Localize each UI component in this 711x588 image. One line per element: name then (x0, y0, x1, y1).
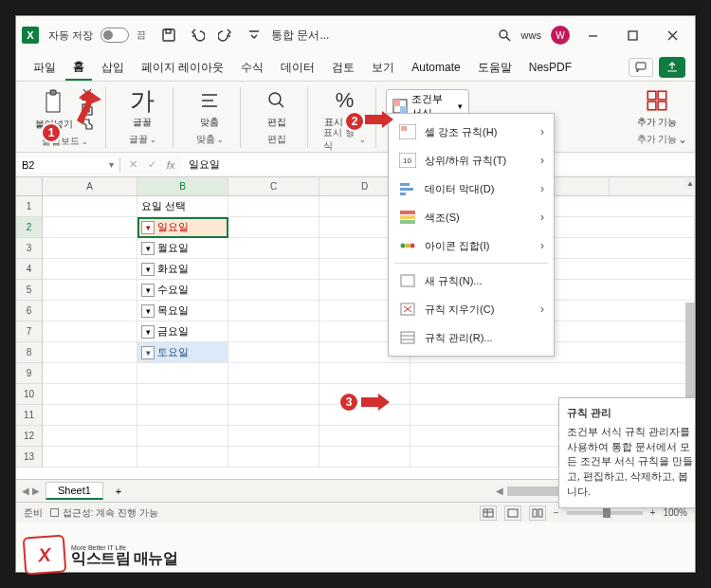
cell[interactable] (43, 238, 137, 259)
col-header-B[interactable]: B (137, 177, 228, 195)
cell[interactable] (410, 363, 695, 384)
cell-B2-selected[interactable]: ▾일요일 (137, 217, 228, 238)
share-button[interactable] (659, 57, 685, 78)
cell[interactable] (319, 426, 410, 447)
cell-B3[interactable]: ▾월요일 (137, 238, 228, 259)
user-avatar[interactable]: W (551, 26, 570, 45)
close-button[interactable] (655, 22, 689, 48)
cell[interactable] (137, 384, 228, 405)
tab-home[interactable]: 홈 (65, 55, 92, 81)
autosave-toggle[interactable] (100, 28, 129, 43)
sheet-tab[interactable]: Sheet1 (46, 482, 103, 500)
tab-formulas[interactable]: 수식 (233, 56, 271, 80)
row-header[interactable]: 4 (16, 259, 43, 280)
cell-B7[interactable]: ▾금요일 (137, 322, 228, 342)
cell[interactable] (228, 238, 319, 259)
col-header-A[interactable]: A (43, 177, 137, 195)
redo-icon[interactable] (214, 24, 237, 46)
zoom-slider[interactable] (567, 511, 643, 515)
row-header[interactable]: 7 (16, 322, 43, 342)
normal-view-button[interactable] (480, 505, 497, 521)
cell[interactable] (228, 342, 319, 363)
row-header[interactable]: 2 (16, 217, 43, 238)
row-header[interactable]: 11 (16, 405, 43, 426)
cf-top-bottom[interactable]: 10 상위/하위 규칙(T) › (389, 146, 554, 175)
align-button[interactable]: 맞춤 (189, 87, 230, 129)
cancel-formula-icon[interactable]: ✕ (126, 158, 139, 171)
row-header[interactable]: 12 (16, 426, 43, 447)
row-header[interactable]: 9 (16, 363, 43, 384)
dropdown-icon[interactable]: ▾ (141, 346, 155, 359)
zoom-in-button[interactable]: + (650, 507, 656, 518)
cell[interactable] (43, 426, 137, 447)
cell-B6[interactable]: ▾목요일 (137, 301, 228, 322)
cell[interactable] (43, 342, 137, 363)
cell[interactable] (319, 447, 410, 468)
dropdown-icon[interactable]: ▾ (141, 325, 155, 339)
col-header-C[interactable]: C (228, 177, 319, 195)
tab-automate[interactable]: Automate (404, 57, 467, 78)
cell[interactable] (43, 447, 137, 468)
fx-icon[interactable]: fx (164, 159, 177, 171)
addins-button[interactable]: 추가 기능 (636, 87, 678, 129)
cf-new-rule[interactable]: 새 규칙(N)... (389, 266, 554, 295)
cell[interactable] (137, 447, 228, 468)
page-break-view-button[interactable] (529, 505, 546, 521)
comments-button[interactable] (629, 58, 653, 77)
cell[interactable] (228, 217, 319, 238)
cell-B5[interactable]: ▾수요일 (137, 280, 228, 301)
scroll-left-icon[interactable]: ◀ (496, 486, 503, 496)
tab-file[interactable]: 파일 (26, 56, 64, 80)
cell[interactable] (43, 280, 137, 301)
cf-color-scales[interactable]: 색조(S) › (389, 203, 554, 231)
select-all-corner[interactable] (16, 177, 43, 195)
cell[interactable] (228, 259, 319, 280)
cell[interactable] (43, 363, 137, 384)
search-icon[interactable] (493, 24, 516, 46)
tab-data[interactable]: 데이터 (273, 56, 322, 80)
cell[interactable] (43, 384, 137, 405)
cell[interactable] (137, 363, 228, 384)
dropdown-icon[interactable]: ▾ (141, 304, 155, 318)
sheet-nav[interactable]: ◀▶ (22, 486, 40, 496)
cf-clear-rules[interactable]: 규칙 지우기(C) › (389, 295, 554, 323)
cell[interactable] (43, 196, 137, 217)
row-header[interactable]: 1 (16, 196, 43, 217)
minimize-button[interactable] (575, 22, 610, 48)
cell[interactable] (137, 405, 228, 426)
cell[interactable] (228, 363, 319, 384)
enter-formula-icon[interactable]: ✓ (145, 158, 158, 171)
cell-B8[interactable]: ▾토요일 (137, 342, 228, 363)
dropdown-icon[interactable]: ▾ (141, 242, 155, 255)
cell[interactable] (43, 405, 137, 426)
cell[interactable] (43, 322, 137, 342)
scroll-up-icon[interactable]: ▲ (685, 177, 695, 189)
zoom-out-button[interactable]: − (554, 507, 559, 518)
cell[interactable] (228, 301, 319, 322)
undo-icon[interactable] (186, 24, 209, 46)
tab-view[interactable]: 보기 (364, 56, 402, 80)
cell[interactable] (228, 196, 319, 217)
page-layout-view-button[interactable] (504, 505, 521, 521)
cell-B1[interactable]: 요일 선택 (137, 196, 228, 217)
cf-data-bars[interactable]: 데이터 막대(D) › (389, 175, 554, 203)
ribbon-collapse-icon[interactable]: ⌄ (678, 133, 687, 146)
cell-B4[interactable]: ▾화요일 (137, 259, 228, 280)
row-header[interactable]: 6 (16, 301, 43, 322)
row-header[interactable]: 8 (16, 342, 43, 363)
dropdown-icon[interactable]: ▾ (141, 221, 155, 234)
cf-icon-sets[interactable]: 아이콘 집합(I) › (389, 231, 554, 260)
tab-help[interactable]: 도움말 (470, 56, 520, 80)
cell[interactable] (228, 426, 319, 447)
maximize-button[interactable] (615, 22, 649, 48)
name-box[interactable]: B2 ▾ (16, 157, 120, 173)
row-header[interactable]: 3 (16, 238, 43, 259)
font-button[interactable]: 가 글꼴 (121, 87, 163, 129)
tab-pagelayout[interactable]: 페이지 레이아웃 (134, 56, 231, 80)
cf-highlight-cells[interactable]: 셀 강조 규칙(H) › (389, 118, 554, 146)
row-header[interactable]: 13 (16, 447, 43, 468)
tab-nespdf[interactable]: NesPDF (521, 57, 579, 78)
edit-button[interactable]: 편집 (256, 87, 298, 129)
cell[interactable] (228, 322, 319, 342)
cf-manage-rules[interactable]: 규칙 관리(R)... (389, 323, 554, 352)
